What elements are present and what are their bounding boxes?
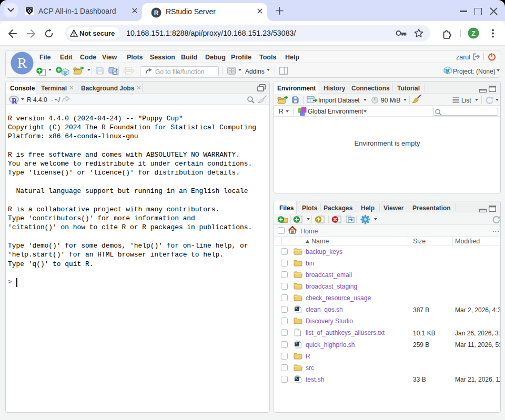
svg-text:R: R — [64, 70, 67, 76]
svg-text:S: S — [295, 342, 297, 345]
svg-text:Z: Z — [471, 30, 476, 37]
svg-text:S: S — [295, 308, 297, 310]
svg-text:R: R — [12, 97, 17, 105]
svg-text:R: R — [446, 68, 450, 74]
svg-text:R: R — [154, 9, 159, 17]
svg-text:R: R — [17, 55, 27, 71]
svg-text:S: S — [295, 377, 297, 380]
